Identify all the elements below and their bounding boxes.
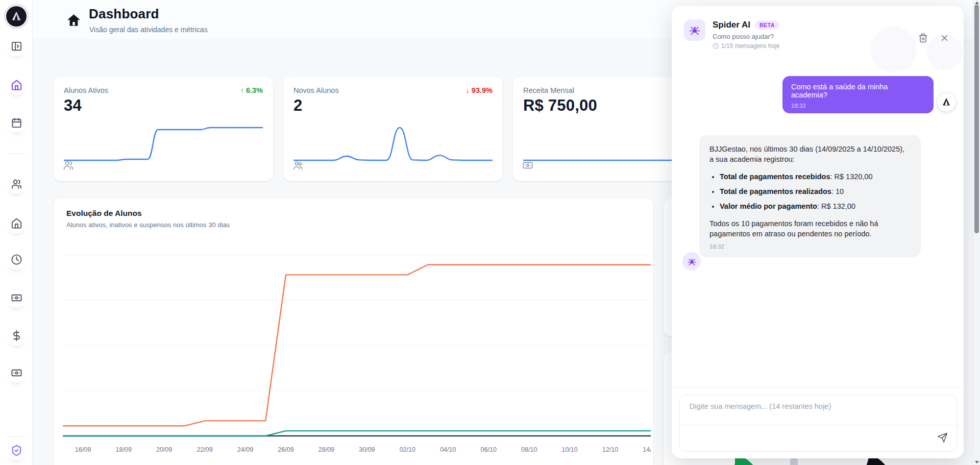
students-evolution-card: Evolução de Alunos Alunos ativos, inativ… [54,199,653,465]
clock-icon [11,254,22,265]
stat-change: ↑ 6.3% [240,86,263,94]
students-evolution-chart: 16/0918/0920/0922/0924/0926/0928/0930/09… [63,248,651,462]
assistant-bullet: Valor médio por pagamento: R$ 132,00 [720,201,911,211]
stat-card-1: Alunos Ativos34↑ 6.3% [54,77,273,181]
users-group-icon [292,160,304,173]
svg-text:08/10: 08/10 [521,446,537,453]
banknote-icon [522,160,533,173]
spider-ai-message-avatar [682,252,701,271]
sidebar-item-clock[interactable] [6,249,27,270]
svg-text:10/10: 10/10 [561,446,577,453]
chat-title: Spider AI [713,20,750,30]
user-message-bubble: Como está a saúde da minha academia? 18:… [782,76,934,113]
sidebar-divider [8,153,24,154]
home-icon [67,13,81,29]
assistant-message-outro: Todos os 10 pagamentos foram recebidos e… [709,218,911,239]
clock-icon [713,43,719,49]
svg-text:26/09: 26/09 [278,446,293,453]
user-message-time: 18:32 [791,103,925,109]
beta-badge: BETA [755,20,779,30]
stat-label: Receita Mensal [523,86,574,94]
users-group-icon [292,160,304,171]
svg-text:18/09: 18/09 [116,446,132,453]
svg-text:20/09: 20/09 [156,446,172,453]
dashboard-page: Dashboard Visão geral das atividades e m… [0,0,980,465]
stat-label: Novos Alunos [293,86,339,94]
spider-ai-chat-panel: Spider AI BETA Como posso ajudar? 1/15 m… [672,6,964,458]
assistant-message-bubble: BJJGestao, nos últimos 30 dias (14/09/20… [699,135,921,257]
sidebar-item-dollar[interactable] [6,325,27,346]
user-avatar [937,92,956,112]
chart-title: Evolução de Alunos [66,209,142,218]
assistant-message-bullets: Total de pagamentos recebidos: R$ 1320,0… [720,172,911,211]
page-subtitle: Visão geral das atividades e métricas [89,26,208,34]
svg-text:22/09: 22/09 [197,446,212,453]
svg-text:28/09: 28/09 [318,446,334,453]
sidebar [0,0,33,465]
banknote-icon [11,292,22,304]
page-scrollbar[interactable] [973,0,980,465]
decorative-blob [871,27,917,72]
banknote2-icon [11,367,22,379]
stat-value: R$ 750,00 [523,96,597,115]
send-icon [937,432,948,443]
scroll-up-arrow[interactable] [975,2,979,4]
stat-card-2: Novos Alunos2↓ 93.9% [283,77,503,181]
home-icon [11,79,22,91]
input-inner-divider [679,425,957,425]
sidebar-item-users[interactable] [6,174,27,194]
users-icon [63,160,74,173]
panel-left-icon [11,40,22,52]
spider-ai-avatar [684,19,705,41]
page-title: Dashboard [89,6,159,22]
sidebar-item-banknote[interactable] [6,287,27,308]
sidebar-item-banknote2[interactable] [6,362,27,383]
users-icon [63,160,74,171]
svg-text:16/09: 16/09 [75,446,91,453]
chat-input-box [679,395,958,452]
stat-value: 34 [64,96,82,115]
house-icon [11,217,22,229]
sidebar-item-home[interactable] [6,75,27,95]
close-chat-button[interactable] [937,31,951,45]
sidebar-item-panel-left[interactable] [6,36,27,56]
sparkline-chart [293,126,493,162]
dollar-icon [11,330,22,341]
stat-change: ↓ 93.9% [466,86,493,94]
close-icon [940,33,949,43]
chat-message-input[interactable] [690,402,935,423]
users-icon [11,178,22,190]
calendar-icon [11,117,22,129]
svg-text:12/10: 12/10 [602,446,618,453]
chat-subtitle: Como posso ajudar? [713,33,774,40]
scroll-down-arrow[interactable] [975,461,979,463]
sidebar-item-shield-check[interactable] [6,440,27,460]
clear-chat-button[interactable] [916,31,930,45]
svg-text:30/09: 30/09 [359,446,375,453]
sidebar-item-calendar[interactable] [6,112,27,133]
chart-subtitle: Alunos ativos, inativos e suspensos nos … [66,221,230,229]
assistant-bullet: Total de pagamentos realizados: 10 [720,186,911,197]
assistant-bullet: Total de pagamentos recebidos: R$ 1320,0… [720,172,911,182]
stat-value: 2 [293,96,302,115]
send-message-button[interactable] [935,430,950,445]
app-logo-icon [6,6,27,27]
svg-text:14/10: 14/10 [643,446,651,453]
user-message-text: Como está a saúde da minha academia? [791,83,925,99]
shield-check-icon [11,445,22,456]
assistant-message-intro: BJJGestao, nos últimos 30 dias (14/09/20… [709,144,911,164]
trash-icon [918,33,928,43]
sparkline-chart [64,126,263,162]
scrollbar-thumb[interactable] [974,5,979,233]
stat-label: Alunos Ativos [64,86,108,94]
svg-text:06/10: 06/10 [481,446,497,453]
chat-quota: 1/15 mensagens hoje [713,42,780,50]
banknote-icon [522,160,533,171]
sidebar-divider [8,436,24,437]
chat-input-divider [672,387,964,387]
app-logo[interactable] [4,4,29,29]
svg-text:02/10: 02/10 [400,446,415,453]
svg-text:24/09: 24/09 [237,446,253,453]
assistant-message-time: 18:32 [709,243,911,251]
sidebar-item-house[interactable] [6,213,27,233]
